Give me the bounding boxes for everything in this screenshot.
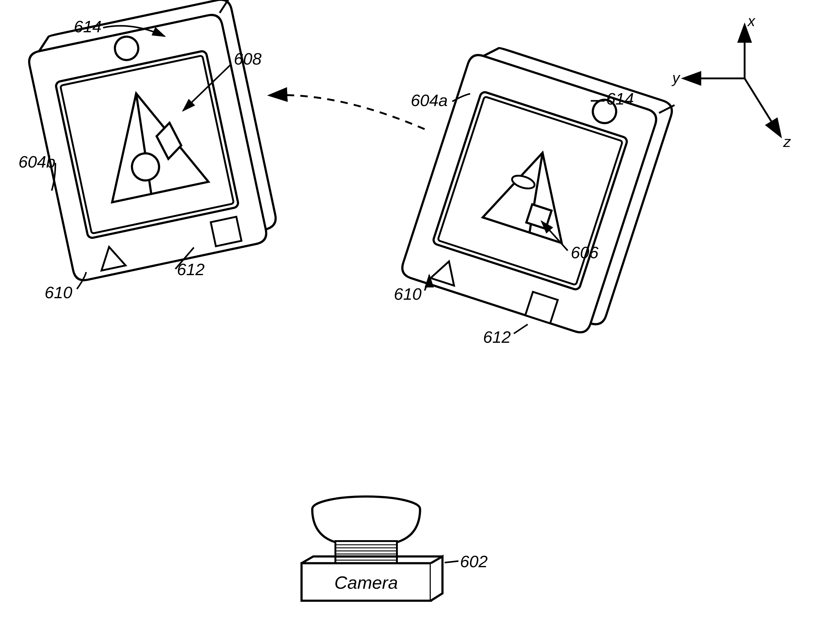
ref-604a: 604a — [411, 91, 448, 109]
motion-arrow — [271, 95, 425, 129]
square-button-left — [211, 217, 242, 246]
device-right — [399, 40, 675, 339]
ref-608: 608 — [234, 49, 262, 68]
ref-602: 602 — [460, 552, 488, 571]
ref-614a: 614 — [74, 17, 101, 36]
coordinate-axes: x y z — [671, 13, 791, 150]
ref-610a: 610 — [44, 283, 72, 302]
camera-label: Camera — [335, 572, 398, 592]
axis-y-label: y — [671, 70, 681, 86]
axis-x-label: x — [747, 13, 756, 29]
ref-610b: 610 — [394, 285, 422, 303]
ref-604b: 604b — [19, 153, 55, 171]
patent-figure: 614 608 604b 612 610 604a — [0, 0, 840, 633]
ref-614b: 614 — [606, 90, 634, 108]
device-left — [24, 0, 280, 282]
camera-icon: Camera — [302, 496, 442, 601]
ref-612b: 612 — [483, 328, 511, 346]
ref-606: 606 — [571, 243, 599, 261]
svg-line-13 — [745, 79, 780, 135]
axis-z-label: z — [783, 134, 791, 150]
